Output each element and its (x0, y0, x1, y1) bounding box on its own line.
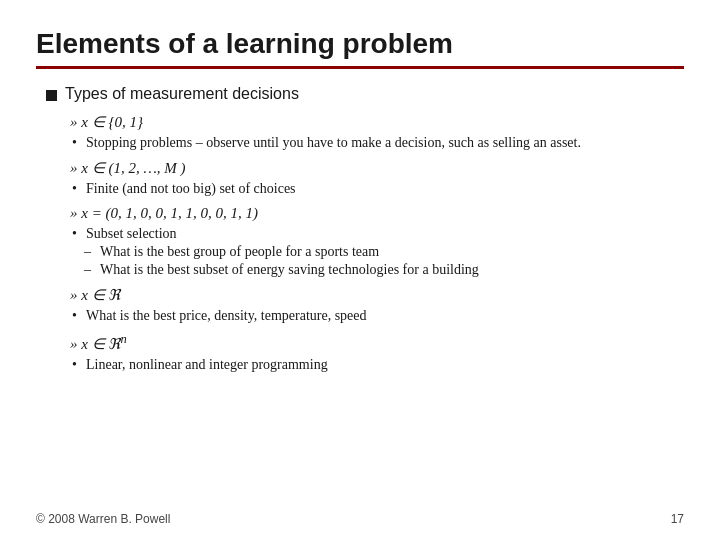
math-header: » x = (0, 1, 0, 0, 1, 1, 0, 0, 1, 1) (70, 205, 684, 222)
content: Types of measurement decisions » x ∈ {0,… (36, 85, 684, 373)
section-label: Types of measurement decisions (65, 85, 299, 103)
math-header: » x ∈ (1, 2, …, M ) (70, 159, 684, 177)
slide-title: Elements of a learning problem (36, 28, 684, 60)
list-item: » x ∈ ℜ What is the best price, density,… (70, 286, 684, 324)
list-item: What is the best subset of energy saving… (70, 262, 684, 278)
math-expression: » x ∈ ℜ (70, 286, 120, 304)
list-item: Linear, nonlinear and integer programmin… (70, 357, 684, 373)
section-header: Types of measurement decisions (46, 85, 684, 103)
square-bullet-icon (46, 90, 57, 101)
math-expression: » x ∈ ℜn (70, 332, 127, 353)
footer: © 2008 Warren B. Powell 17 (36, 512, 684, 526)
list-item: Finite (and not too big) set of choices (70, 181, 684, 197)
list-item: » x = (0, 1, 0, 0, 1, 1, 0, 0, 1, 1) Sub… (70, 205, 684, 278)
page-number: 17 (671, 512, 684, 526)
list-item: » x ∈ (1, 2, …, M ) Finite (and not too … (70, 159, 684, 197)
list-item: » x ∈ ℜn Linear, nonlinear and integer p… (70, 332, 684, 373)
math-header: » x ∈ ℜ (70, 286, 684, 304)
sub-items-list: » x ∈ {0, 1} Stopping problems – observe… (46, 113, 684, 373)
math-expression: » x = (0, 1, 0, 0, 1, 1, 0, 0, 1, 1) (70, 205, 258, 222)
math-expression: » x ∈ (1, 2, …, M ) (70, 159, 186, 177)
list-item: Stopping problems – observe until you ha… (70, 135, 684, 151)
math-expression: » x ∈ {0, 1} (70, 113, 143, 131)
copyright-text: © 2008 Warren B. Powell (36, 512, 170, 526)
title-area: Elements of a learning problem (36, 28, 684, 69)
math-header: » x ∈ ℜn (70, 332, 684, 353)
list-item: What is the best price, density, tempera… (70, 308, 684, 324)
list-item: » x ∈ {0, 1} Stopping problems – observe… (70, 113, 684, 151)
list-item: Subset selection (70, 226, 684, 242)
math-header: » x ∈ {0, 1} (70, 113, 684, 131)
list-item: What is the best group of people for a s… (70, 244, 684, 260)
slide: Elements of a learning problem Types of … (0, 0, 720, 540)
